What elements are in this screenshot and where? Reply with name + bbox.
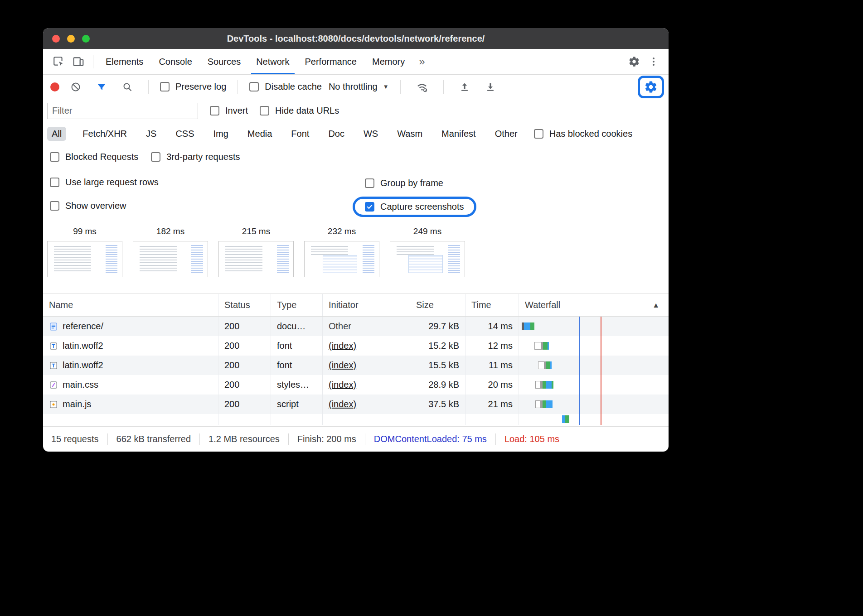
- blocked-requests-checkbox[interactable]: Blocked Requests: [50, 152, 138, 162]
- disable-cache-checkbox[interactable]: Disable cache: [249, 82, 322, 92]
- settings-gear-icon[interactable]: [624, 56, 644, 67]
- zoom-button[interactable]: [82, 35, 90, 43]
- filter-chip[interactable]: CSS: [173, 127, 197, 141]
- hide-data-urls-checkbox[interactable]: Hide data URLs: [260, 106, 339, 116]
- filter-chip[interactable]: Doc: [325, 127, 347, 141]
- network-settings-gear-icon[interactable]: [640, 80, 662, 94]
- import-har-icon[interactable]: [455, 82, 474, 92]
- divider: [495, 433, 496, 445]
- tab-network[interactable]: Network: [248, 49, 297, 74]
- filter-chip[interactable]: Img: [211, 127, 231, 141]
- tab-sources[interactable]: Sources: [200, 49, 248, 74]
- filmstrip-frame: 182 ms: [133, 226, 208, 294]
- thumbnail-time: 99 ms: [47, 226, 122, 237]
- waterfall-bar: [562, 415, 569, 423]
- checkbox-label: Invert: [225, 106, 248, 116]
- thumbnail-time: 232 ms: [304, 226, 379, 237]
- divider: [288, 433, 289, 445]
- filter-chip[interactable]: WS: [361, 127, 381, 141]
- filter-chip[interactable]: Font: [288, 127, 312, 141]
- column-header-initiator[interactable]: Initiator: [323, 294, 410, 316]
- tab-console[interactable]: Console: [151, 49, 199, 74]
- has-blocked-cookies-checkbox[interactable]: Has blocked cookies: [534, 129, 632, 139]
- filter-chip[interactable]: Media: [245, 127, 275, 141]
- tab-performance[interactable]: Performance: [297, 49, 365, 74]
- search-icon[interactable]: [118, 82, 137, 92]
- column-header-time[interactable]: Time: [465, 294, 519, 316]
- tab-elements[interactable]: Elements: [98, 49, 151, 74]
- type-cell: script: [271, 395, 323, 414]
- filmstrip-frame: 215 ms: [218, 226, 294, 294]
- filmstrip-thumbnail[interactable]: [218, 241, 294, 277]
- group-by-frame-checkbox[interactable]: Group by frame: [365, 178, 443, 188]
- table-row[interactable]: latin.woff2 200 font (index) 15.2 kB 12 …: [43, 336, 669, 356]
- table-row[interactable]: main.css 200 styles… (index) 28.9 kB 20 …: [43, 375, 669, 395]
- initiator-link[interactable]: (index): [329, 380, 356, 390]
- filmstrip-thumbnail[interactable]: [390, 241, 465, 277]
- devtools-window: DevTools - localhost:8080/docs/devtools/…: [43, 28, 669, 452]
- checkbox-icon: [534, 129, 543, 139]
- export-har-icon[interactable]: [481, 82, 500, 92]
- thumbnail-time: 249 ms: [390, 226, 465, 237]
- load-time: Load: 105 ms: [504, 434, 559, 444]
- show-overview-checkbox[interactable]: Show overview: [50, 201, 126, 211]
- filter-chip[interactable]: Other: [492, 127, 520, 141]
- main-toolbar: Elements Console Sources Network Perform…: [43, 49, 669, 75]
- initiator-link[interactable]: (index): [329, 360, 356, 371]
- close-button[interactable]: [52, 35, 60, 43]
- filter-chip[interactable]: JS: [143, 127, 159, 141]
- network-conditions-icon[interactable]: [412, 81, 432, 93]
- table-row[interactable]: main.js 200 script (index) 37.5 kB 21 ms: [43, 395, 669, 414]
- status-cell: 200: [218, 356, 271, 375]
- preserve-log-checkbox[interactable]: Preserve log: [160, 82, 226, 92]
- initiator-link[interactable]: (index): [329, 341, 356, 351]
- request-name: main.css: [63, 380, 98, 390]
- column-header-name[interactable]: Name: [43, 294, 218, 316]
- column-header-type[interactable]: Type: [271, 294, 323, 316]
- transferred: 662 kB transferred: [116, 434, 191, 444]
- column-header-status[interactable]: Status: [218, 294, 271, 316]
- invert-checkbox[interactable]: Invert: [210, 106, 248, 116]
- waterfall-cell: [519, 336, 669, 356]
- minimize-button[interactable]: [67, 35, 75, 43]
- waterfall-bar: [535, 381, 553, 389]
- record-button[interactable]: [50, 82, 59, 91]
- column-header-size[interactable]: Size: [410, 294, 465, 316]
- capture-screenshots-checkbox[interactable]: Capture screenshots: [365, 202, 464, 212]
- use-large-rows-checkbox[interactable]: Use large request rows: [50, 177, 159, 188]
- size-cell: 15.2 kB: [410, 336, 465, 356]
- kebab-menu-icon[interactable]: [644, 56, 663, 67]
- initiator-link[interactable]: (index): [329, 399, 356, 409]
- divider: [93, 55, 93, 68]
- filmstrip-thumbnail[interactable]: [304, 241, 379, 277]
- filter-input[interactable]: [47, 103, 198, 119]
- request-name: latin.woff2: [63, 341, 103, 351]
- filter-chip[interactable]: Wasm: [394, 127, 425, 141]
- stylesheet-icon: [49, 380, 58, 390]
- filter-chip-all[interactable]: All: [47, 127, 66, 141]
- filmstrip-thumbnail[interactable]: [47, 241, 122, 277]
- table-row[interactable]: reference/ 200 docu… Other 29.7 kB 14 ms: [43, 317, 669, 336]
- traffic-lights: [52, 28, 90, 49]
- tab-memory[interactable]: Memory: [364, 49, 412, 74]
- more-tabs-icon[interactable]: »: [412, 55, 431, 68]
- tab-label: Memory: [372, 57, 405, 67]
- filmstrip-thumbnail[interactable]: [133, 241, 208, 277]
- throttling-dropdown[interactable]: No throttling ▼: [329, 82, 389, 92]
- table-header: Name Status Type Initiator Size Time Wat…: [43, 294, 669, 317]
- title-bar: DevTools - localhost:8080/docs/devtools/…: [43, 28, 669, 49]
- network-toolbar: Preserve log Disable cache No throttling…: [43, 75, 669, 99]
- device-toolbar-icon[interactable]: [68, 56, 88, 67]
- filter-chip[interactable]: Manifest: [439, 127, 479, 141]
- request-name: latin.woff2: [63, 360, 103, 371]
- column-header-waterfall[interactable]: Waterfall ▲: [519, 294, 669, 316]
- filter-chip[interactable]: Fetch/XHR: [80, 127, 130, 141]
- filter-icon[interactable]: [92, 82, 111, 92]
- table-row[interactable]: latin.woff2 200 font (index) 15.5 kB 11 …: [43, 356, 669, 375]
- clear-icon[interactable]: [66, 82, 85, 92]
- font-icon: [49, 361, 58, 370]
- inspect-icon[interactable]: [48, 56, 68, 67]
- table-row-partial[interactable]: [43, 414, 669, 425]
- resource-type-filter: All Fetch/XHR JS CSS Img Media Font Doc …: [43, 122, 669, 145]
- third-party-requests-checkbox[interactable]: 3rd-party requests: [151, 152, 240, 162]
